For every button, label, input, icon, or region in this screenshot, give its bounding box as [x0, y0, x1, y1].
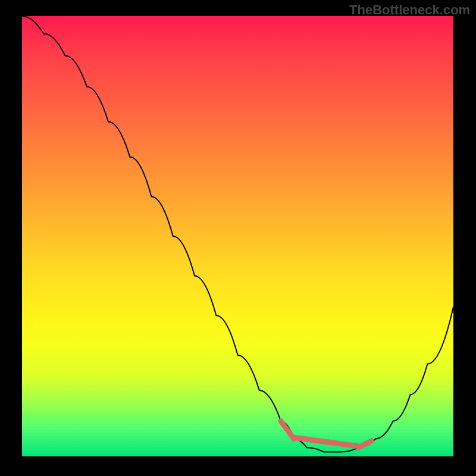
- chart-plot-area: [22, 16, 453, 456]
- optimal-marker-flat: [294, 437, 359, 446]
- optimal-marker-right: [359, 441, 372, 447]
- bottleneck-curve: [22, 16, 453, 452]
- chart-svg: [22, 16, 453, 456]
- watermark-text: TheBottleneck.com: [349, 2, 470, 18]
